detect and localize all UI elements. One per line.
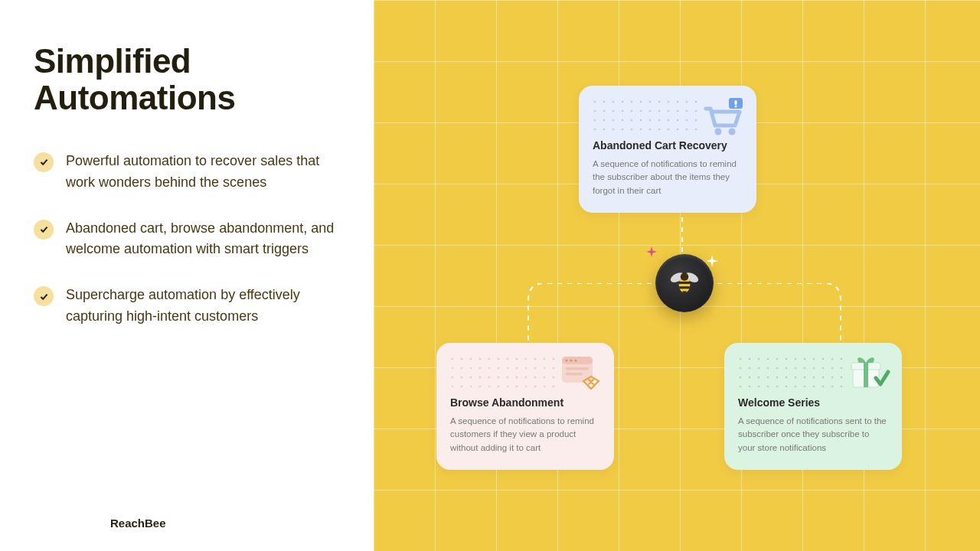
svg-marker-5 <box>682 292 687 295</box>
svg-rect-165 <box>864 363 868 387</box>
svg-point-121 <box>795 358 797 360</box>
svg-point-42 <box>695 119 697 122</box>
svg-point-160 <box>822 386 825 388</box>
svg-point-9 <box>612 101 615 103</box>
svg-point-124 <box>822 358 825 360</box>
svg-point-54 <box>695 129 697 131</box>
svg-point-45 <box>612 129 615 131</box>
svg-point-24 <box>640 110 642 112</box>
svg-point-143 <box>776 377 779 379</box>
svg-point-147 <box>813 377 815 379</box>
svg-point-61 <box>461 358 463 360</box>
svg-point-62 <box>470 358 472 360</box>
svg-point-8 <box>603 101 606 103</box>
illustration-panel: Abandoned Cart Recovery A sequence of no… <box>374 0 980 551</box>
svg-point-11 <box>631 101 633 103</box>
svg-point-56 <box>729 129 736 135</box>
bullet-item: Supercharge automation by effectively ca… <box>34 285 340 328</box>
bullet-list: Powerful automation to recover sales tha… <box>34 151 340 328</box>
svg-point-72 <box>452 367 454 370</box>
svg-point-119 <box>776 358 779 360</box>
svg-point-150 <box>841 377 843 379</box>
svg-point-92 <box>525 377 528 379</box>
automation-hub <box>655 254 714 312</box>
svg-point-15 <box>668 101 670 103</box>
svg-point-50 <box>658 129 661 131</box>
svg-point-133 <box>795 367 797 370</box>
dot-pattern <box>738 357 853 392</box>
bullet-item: Abandoned cart, browse abandonment, and … <box>34 218 340 261</box>
svg-point-53 <box>686 129 688 131</box>
svg-point-12 <box>640 101 642 103</box>
svg-point-23 <box>631 110 633 112</box>
connector-line <box>524 283 662 343</box>
svg-point-98 <box>470 386 472 388</box>
svg-point-152 <box>749 386 751 388</box>
svg-point-115 <box>740 358 742 360</box>
svg-point-101 <box>498 386 500 388</box>
svg-point-71 <box>553 358 555 360</box>
card-desc: A sequence of notifications to remind cu… <box>450 415 600 455</box>
content-panel: Simplified Automations Powerful automati… <box>0 0 374 551</box>
svg-point-158 <box>804 386 806 388</box>
card-desc: A sequence of notifications to remind th… <box>593 158 743 197</box>
svg-point-40 <box>677 119 679 122</box>
svg-point-17 <box>686 101 688 103</box>
svg-point-87 <box>479 377 482 379</box>
svg-point-78 <box>507 367 509 370</box>
sparkle-icon <box>712 308 720 316</box>
svg-point-18 <box>695 101 697 103</box>
svg-point-126 <box>841 358 843 360</box>
svg-point-59 <box>735 106 737 108</box>
svg-point-43 <box>594 129 596 131</box>
svg-point-67 <box>516 358 518 360</box>
svg-point-55 <box>715 129 722 135</box>
svg-point-85 <box>461 377 463 379</box>
svg-point-135 <box>813 367 815 370</box>
svg-point-151 <box>740 386 742 388</box>
svg-point-32 <box>603 119 606 122</box>
svg-point-161 <box>831 386 834 388</box>
page-heading: Simplified Automations <box>34 43 340 117</box>
svg-point-91 <box>516 377 518 379</box>
svg-point-139 <box>740 377 742 379</box>
svg-point-136 <box>822 367 825 370</box>
svg-point-159 <box>813 386 815 388</box>
svg-point-46 <box>622 129 624 131</box>
svg-point-131 <box>776 367 779 370</box>
svg-point-69 <box>534 358 537 360</box>
svg-point-51 <box>668 129 670 131</box>
svg-point-77 <box>498 367 500 370</box>
svg-point-22 <box>622 110 624 112</box>
svg-point-33 <box>612 119 615 122</box>
svg-point-70 <box>544 358 546 360</box>
svg-point-66 <box>507 358 509 360</box>
svg-point-65 <box>498 358 500 360</box>
browser-window-icon <box>557 350 603 396</box>
svg-point-37 <box>649 119 652 122</box>
svg-point-25 <box>649 110 652 112</box>
svg-point-68 <box>525 358 528 360</box>
svg-point-123 <box>813 358 815 360</box>
svg-point-97 <box>461 386 463 388</box>
svg-point-75 <box>479 367 482 370</box>
svg-point-149 <box>831 377 834 379</box>
svg-point-29 <box>686 110 688 112</box>
svg-point-88 <box>488 377 491 379</box>
svg-point-89 <box>498 377 500 379</box>
svg-point-122 <box>804 358 806 360</box>
svg-point-94 <box>544 377 546 379</box>
svg-rect-114 <box>566 373 583 376</box>
check-icon <box>34 220 54 240</box>
svg-point-142 <box>767 377 769 379</box>
svg-point-127 <box>740 367 742 370</box>
svg-point-86 <box>470 377 472 379</box>
svg-point-36 <box>640 119 642 122</box>
connector-line <box>678 217 687 254</box>
svg-point-27 <box>668 110 670 112</box>
svg-point-34 <box>622 119 624 122</box>
svg-point-118 <box>767 358 769 360</box>
svg-point-30 <box>695 110 697 112</box>
svg-point-156 <box>786 386 788 388</box>
card-title: Abandoned Cart Recovery <box>593 139 743 152</box>
